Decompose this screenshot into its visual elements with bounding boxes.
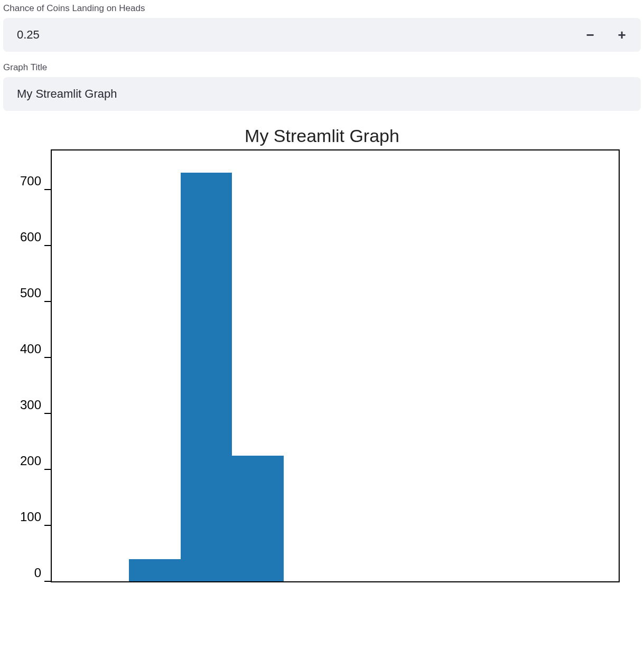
- x-tick: [592, 581, 593, 582]
- y-tick-label: 400: [10, 342, 41, 356]
- chart-bar: [129, 559, 181, 581]
- title-input-field[interactable]: [16, 87, 628, 101]
- chart-title: My Streamlit Graph: [3, 126, 641, 146]
- y-tick-label: 700: [10, 174, 41, 188]
- chance-stepper: − +: [584, 28, 628, 42]
- chart-bar: [181, 173, 232, 581]
- y-tick-label: 300: [10, 398, 41, 412]
- x-tick: [489, 581, 490, 582]
- y-tick: [44, 581, 51, 582]
- y-tick-label: 0: [10, 565, 41, 580]
- y-tick-label: 600: [10, 230, 41, 244]
- y-tick: [44, 245, 51, 246]
- y-tick: [44, 413, 51, 414]
- x-tick: [386, 581, 387, 582]
- title-text-input[interactable]: [3, 77, 641, 111]
- y-tick: [44, 469, 51, 470]
- y-tick-label: 500: [10, 286, 41, 300]
- x-tick: [283, 581, 284, 582]
- x-tick: [180, 581, 181, 582]
- chance-number-input[interactable]: − +: [3, 18, 641, 52]
- y-tick-label: 100: [10, 510, 41, 524]
- chart: My Streamlit Graph 010020030040050060070…: [3, 126, 641, 582]
- chance-input-field[interactable]: [16, 27, 584, 42]
- chance-input-label: Chance of Coins Landing on Heads: [3, 3, 644, 14]
- y-tick: [44, 357, 51, 358]
- y-tick: [44, 189, 51, 190]
- title-input-label: Graph Title: [3, 62, 644, 73]
- minus-icon[interactable]: −: [584, 28, 596, 42]
- y-tick-label: 200: [10, 454, 41, 468]
- y-tick: [44, 525, 51, 526]
- chart-bar: [232, 456, 284, 581]
- chart-plot-area: 0100200300400500600700 0.00.20.40.60.81.…: [51, 149, 620, 582]
- y-tick: [44, 301, 51, 302]
- x-tick: [77, 581, 78, 582]
- plus-icon[interactable]: +: [615, 28, 628, 42]
